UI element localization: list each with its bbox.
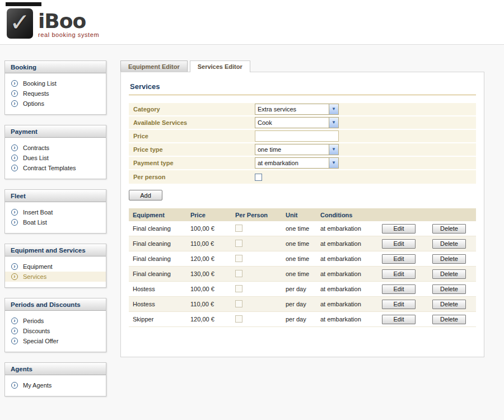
per-person-row-checkbox[interactable] bbox=[235, 300, 242, 307]
cell-equipment: Final cleaning bbox=[129, 225, 188, 232]
price-type-select[interactable]: one time▼ bbox=[255, 144, 339, 155]
sidebar-section-items: ›Equipment›Services bbox=[5, 256, 106, 287]
logo: ✓ iBoo real booking system bbox=[7, 8, 99, 39]
sidebar-item-label: Dues List bbox=[23, 155, 49, 161]
table-row: Final cleaning130,00 €one timeat embarka… bbox=[129, 267, 476, 282]
cell-equipment: Skipper bbox=[129, 316, 188, 323]
sidebar-item-periods[interactable]: ›Periods bbox=[5, 316, 106, 326]
sidebar-section-title: Equipment and Services bbox=[5, 244, 106, 256]
per-person-row-checkbox[interactable] bbox=[235, 255, 242, 262]
per-person-row-checkbox[interactable] bbox=[235, 285, 242, 292]
edit-button[interactable]: Edit bbox=[382, 315, 416, 324]
sidebar-item-my-agents[interactable]: ›My Agents bbox=[5, 380, 106, 390]
edit-button[interactable]: Edit bbox=[382, 284, 416, 294]
edit-button[interactable]: Edit bbox=[382, 254, 416, 264]
category-select[interactable]: Extra services▼ bbox=[255, 104, 339, 115]
edit-button[interactable]: Edit bbox=[382, 269, 416, 279]
delete-button[interactable]: Delete bbox=[432, 269, 466, 279]
cell-conditions: at embarkation bbox=[318, 270, 375, 277]
delete-button[interactable]: Delete bbox=[432, 254, 466, 264]
arrow-bullet-icon: › bbox=[11, 144, 18, 151]
sidebar-item-services[interactable]: ›Services bbox=[5, 272, 106, 282]
sidebar-item-contracts[interactable]: ›Contracts bbox=[5, 143, 106, 153]
cell-equipment: Final cleaning bbox=[129, 255, 188, 262]
sidebar-item-special-offer[interactable]: ›Special Offer bbox=[5, 336, 106, 346]
field-control bbox=[255, 174, 476, 181]
sidebar-item-requests[interactable]: ›Requests bbox=[5, 88, 106, 99]
logo-text: iBoo real booking system bbox=[38, 8, 99, 38]
per-person-checkbox[interactable] bbox=[255, 174, 262, 181]
select-value: Extra services bbox=[255, 106, 296, 113]
sidebar-item-contract-templates[interactable]: ›Contract Templates bbox=[5, 163, 106, 173]
cell-unit: one time bbox=[283, 240, 318, 247]
sidebar-item-options[interactable]: ›Options bbox=[5, 99, 106, 109]
tab-equipment-editor[interactable]: Equipment Editor bbox=[120, 60, 188, 72]
arrow-bullet-icon: › bbox=[11, 338, 18, 344]
payment-type-select[interactable]: at embarkation▼ bbox=[255, 157, 339, 169]
sidebar-item-label: Discounts bbox=[23, 328, 50, 334]
dropdown-arrow-icon[interactable]: ▼ bbox=[329, 144, 338, 155]
sidebar-item-boat-list[interactable]: ›Boat List bbox=[5, 217, 106, 227]
arrow-bullet-icon: › bbox=[11, 263, 18, 270]
sidebar-item-insert-boat[interactable]: ›Insert Boat bbox=[5, 207, 106, 217]
sidebar-item-discounts[interactable]: ›Discounts bbox=[5, 326, 106, 336]
sidebar-item-label: Boat List bbox=[23, 219, 47, 226]
per-person-row-checkbox[interactable] bbox=[235, 315, 242, 323]
delete-button[interactable]: Delete bbox=[432, 224, 466, 234]
delete-button[interactable]: Delete bbox=[432, 300, 466, 309]
cell-edit: Edit bbox=[375, 254, 426, 264]
sidebar-section-items: ›My Agents bbox=[5, 375, 106, 396]
arrow-bullet-icon: › bbox=[11, 80, 18, 87]
sidebar-item-label: Periods bbox=[23, 318, 44, 324]
cell-edit: Edit bbox=[375, 269, 426, 279]
field-label: Price bbox=[129, 133, 255, 139]
table-row: Final cleaning120,00 €one timeat embarka… bbox=[129, 251, 476, 267]
dropdown-arrow-icon[interactable]: ▼ bbox=[329, 118, 338, 128]
cell-conditions: at embarkation bbox=[318, 301, 375, 307]
dropdown-arrow-icon[interactable]: ▼ bbox=[329, 104, 338, 114]
sidebar-item-label: Booking List bbox=[23, 80, 57, 87]
table-row: Skipper120,00 €per dayat embarkationEdit… bbox=[129, 312, 476, 327]
arrow-bullet-icon: › bbox=[11, 318, 18, 324]
field-control: Extra services▼ bbox=[255, 104, 476, 115]
table-row: Hostess110,00 €per dayat embarkationEdit… bbox=[129, 297, 476, 312]
sidebar-item-booking-list[interactable]: ›Booking List bbox=[5, 78, 106, 88]
app-header: ✓ iBoo real booking system bbox=[0, 0, 504, 45]
service-form: CategoryExtra services▼Available Service… bbox=[129, 103, 476, 184]
per-person-row-checkbox[interactable] bbox=[235, 270, 242, 277]
add-button[interactable]: Add bbox=[129, 190, 162, 200]
cell-per-person bbox=[232, 255, 283, 263]
form-row-per-person: Per person bbox=[129, 170, 476, 184]
sidebar-section-agents: Agents›My Agents bbox=[4, 362, 106, 396]
sidebar-section-periods-and-discounts: Periods and Discounts›Periods›Discounts›… bbox=[4, 298, 106, 352]
edit-button[interactable]: Edit bbox=[382, 224, 416, 234]
available-services-select[interactable]: Cook▼ bbox=[255, 117, 339, 128]
sidebar-item-equipment[interactable]: ›Equipment bbox=[5, 262, 106, 272]
sidebar-section-fleet: Fleet›Insert Boat›Boat List bbox=[4, 189, 106, 234]
field-label: Per person bbox=[129, 174, 255, 180]
delete-button[interactable]: Delete bbox=[432, 284, 466, 294]
cell-edit: Edit bbox=[375, 300, 426, 309]
delete-button[interactable]: Delete bbox=[432, 239, 466, 249]
field-label: Available Services bbox=[129, 119, 255, 126]
cell-price: 110,00 € bbox=[188, 301, 232, 307]
services-table-body: Final cleaning100,00 €one timeat embarka… bbox=[129, 221, 476, 327]
sidebar-item-dues-list[interactable]: ›Dues List bbox=[5, 153, 106, 163]
tab-services-editor[interactable]: Services Editor bbox=[190, 60, 250, 72]
cell-equipment: Final cleaning bbox=[129, 270, 188, 277]
sidebar-section-equipment-and-services: Equipment and Services›Equipment›Service… bbox=[4, 244, 106, 288]
delete-button[interactable]: Delete bbox=[432, 315, 466, 324]
per-person-row-checkbox[interactable] bbox=[235, 225, 242, 232]
per-person-row-checkbox[interactable] bbox=[235, 240, 242, 247]
form-row-price: Price bbox=[129, 130, 476, 143]
dropdown-arrow-icon[interactable]: ▼ bbox=[329, 158, 338, 168]
sidebar-item-label: Equipment bbox=[23, 263, 53, 270]
sidebar-section-title: Fleet bbox=[5, 190, 106, 202]
price-input[interactable] bbox=[255, 130, 339, 142]
edit-button[interactable]: Edit bbox=[382, 300, 416, 309]
edit-button[interactable]: Edit bbox=[382, 239, 416, 249]
sidebar-item-label: Contracts bbox=[23, 144, 49, 151]
cell-conditions: at embarkation bbox=[318, 255, 375, 262]
sidebar: Booking›Booking List›Requests›OptionsPay… bbox=[4, 60, 106, 407]
field-control: at embarkation▼ bbox=[255, 157, 476, 169]
